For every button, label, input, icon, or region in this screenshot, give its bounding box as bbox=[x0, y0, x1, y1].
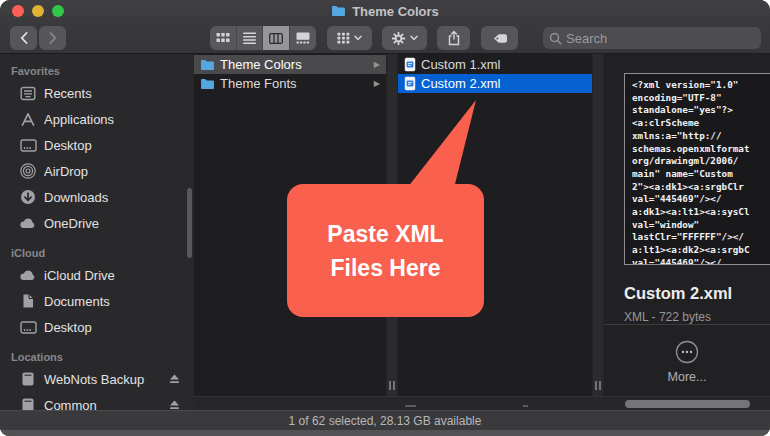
sidebar-item-label: Desktop bbox=[44, 320, 92, 335]
folder-icon bbox=[200, 59, 215, 71]
share-icon bbox=[447, 30, 461, 46]
sidebar-item-applications[interactable]: Applications bbox=[0, 106, 194, 132]
folder-row-label: Theme Fonts bbox=[220, 76, 297, 91]
search-field[interactable] bbox=[543, 27, 761, 49]
search-icon bbox=[549, 32, 562, 45]
sidebar-item-recents[interactable]: Recents bbox=[0, 80, 194, 106]
search-input[interactable] bbox=[566, 31, 755, 46]
sidebar-section-locations: Locations bbox=[0, 348, 194, 366]
gear-icon bbox=[391, 31, 406, 46]
airdrop-icon bbox=[19, 162, 37, 180]
folder-icon bbox=[331, 5, 346, 17]
list-view-icon bbox=[243, 32, 256, 44]
status-bar: 1 of 62 selected, 28.13 GB available bbox=[0, 410, 770, 430]
preview-divider bbox=[604, 324, 770, 325]
folder-row-label: Theme Colors bbox=[220, 57, 302, 72]
horizontal-scrollbar[interactable] bbox=[625, 400, 750, 408]
sidebar-item-desktop-icloud[interactable]: Desktop bbox=[0, 314, 194, 340]
desktop-icon bbox=[19, 318, 37, 336]
drive-icon bbox=[19, 396, 37, 410]
sidebar-section-icloud: iCloud bbox=[0, 244, 194, 262]
sidebar-item-label: Recents bbox=[44, 86, 92, 101]
column-resize-handle[interactable] bbox=[389, 381, 395, 390]
window-bottom-edge bbox=[0, 430, 770, 436]
drive-icon bbox=[19, 370, 37, 388]
window-title: Theme Colors bbox=[352, 4, 439, 19]
file-row-custom-2[interactable]: Custom 2.xml bbox=[398, 74, 592, 93]
sidebar-section-favorites: Favorites bbox=[0, 62, 194, 80]
eject-icon[interactable] bbox=[169, 400, 180, 410]
column-browser-1: Theme Colors ▶ Theme Fonts ▶ bbox=[194, 54, 386, 396]
sidebar-item-label: Common bbox=[44, 398, 97, 411]
forward-button[interactable] bbox=[39, 26, 66, 50]
sidebar-item-label: AirDrop bbox=[44, 164, 88, 179]
column-view-icon bbox=[269, 33, 283, 44]
gallery-view-button[interactable] bbox=[290, 26, 317, 50]
tag-button[interactable] bbox=[481, 26, 518, 50]
sidebar-item-label: Desktop bbox=[44, 138, 92, 153]
document-icon bbox=[19, 292, 37, 310]
view-mode-control bbox=[210, 26, 316, 50]
window-title-wrap: Theme Colors bbox=[0, 4, 770, 19]
sidebar-item-label: Downloads bbox=[44, 190, 108, 205]
more-button[interactable]: More... bbox=[604, 340, 770, 384]
more-label: More... bbox=[668, 370, 707, 384]
list-view-button[interactable] bbox=[237, 26, 264, 50]
finder-window-screenshot: Theme Colors bbox=[0, 0, 770, 436]
sidebar-item-icloud-drive[interactable]: iCloud Drive bbox=[0, 262, 194, 288]
preview-file-meta: XML - 722 bytes bbox=[624, 310, 711, 324]
traffic-lights bbox=[12, 5, 64, 17]
icon-view-button[interactable] bbox=[210, 26, 237, 50]
scroll-mark bbox=[405, 405, 416, 407]
chevron-down-icon bbox=[410, 35, 418, 41]
horizontal-scroll-strip bbox=[194, 396, 770, 410]
tag-icon bbox=[492, 32, 508, 45]
back-button[interactable] bbox=[10, 26, 37, 50]
folder-icon bbox=[200, 78, 215, 90]
zoom-button[interactable] bbox=[52, 5, 64, 17]
sidebar-item-webnots-backup[interactable]: WebNots Backup bbox=[0, 366, 194, 392]
xml-preview-text: <?xml version="1.0" encoding="UTF-8" sta… bbox=[632, 79, 770, 265]
chevron-right-icon: ▶ bbox=[374, 79, 380, 88]
preview-pane: <?xml version="1.0" encoding="UTF-8" sta… bbox=[604, 54, 770, 396]
column-view-button[interactable] bbox=[263, 26, 290, 50]
file-row-custom-1[interactable]: Custom 1.xml bbox=[398, 55, 592, 74]
xml-preview-thumbnail: <?xml version="1.0" encoding="UTF-8" sta… bbox=[624, 73, 770, 265]
title-bar[interactable]: Theme Colors bbox=[0, 0, 770, 22]
column-browser-2: Custom 1.xml Custom 2.xml bbox=[398, 54, 592, 396]
scroll-mark bbox=[523, 405, 528, 407]
sidebar-scrollbar[interactable] bbox=[187, 188, 192, 258]
minimize-button[interactable] bbox=[32, 5, 44, 17]
sidebar-item-airdrop[interactable]: AirDrop bbox=[0, 158, 194, 184]
share-button[interactable] bbox=[437, 26, 470, 50]
sidebar-item-label: iCloud Drive bbox=[44, 268, 115, 283]
group-button[interactable] bbox=[327, 26, 372, 50]
sidebar-item-documents[interactable]: Documents bbox=[0, 288, 194, 314]
column-divider[interactable] bbox=[592, 54, 604, 396]
recents-icon bbox=[19, 84, 37, 102]
grid-view-icon bbox=[216, 32, 230, 44]
toolbar bbox=[0, 22, 770, 54]
chevron-right-icon: ▶ bbox=[374, 60, 380, 69]
ellipsis-circle-icon bbox=[675, 340, 699, 364]
close-button[interactable] bbox=[12, 5, 24, 17]
column-resize-handle[interactable] bbox=[595, 381, 601, 390]
sidebar-item-label: Applications bbox=[44, 112, 114, 127]
xml-file-icon bbox=[404, 57, 416, 72]
gallery-view-icon bbox=[296, 32, 310, 44]
xml-file-icon bbox=[404, 76, 416, 91]
sidebar-item-downloads[interactable]: Downloads bbox=[0, 184, 194, 210]
folder-row-theme-fonts[interactable]: Theme Fonts ▶ bbox=[194, 74, 386, 93]
group-icon bbox=[337, 32, 350, 44]
chevron-right-icon bbox=[49, 32, 57, 44]
eject-icon[interactable] bbox=[169, 374, 180, 384]
preview-file-name: Custom 2.xml bbox=[624, 284, 732, 303]
sidebar-item-onedrive[interactable]: OneDrive bbox=[0, 210, 194, 236]
sidebar-item-desktop[interactable]: Desktop bbox=[0, 132, 194, 158]
column-divider[interactable] bbox=[386, 54, 398, 396]
action-button[interactable] bbox=[382, 26, 427, 50]
sidebar-item-label: Documents bbox=[44, 294, 110, 309]
chevron-down-icon bbox=[354, 35, 362, 41]
folder-row-theme-colors[interactable]: Theme Colors ▶ bbox=[194, 55, 386, 74]
sidebar-item-common[interactable]: Common bbox=[0, 392, 194, 410]
